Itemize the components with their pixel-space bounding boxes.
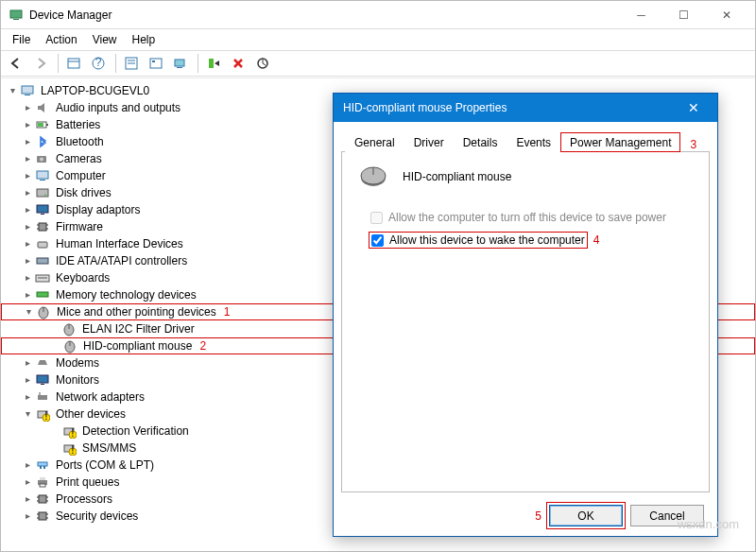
- expand-icon[interactable]: ▾: [22, 405, 33, 423]
- tree-item-label: Ports (COM & LPT): [54, 457, 156, 474]
- maximize-button[interactable]: ☐: [662, 2, 705, 28]
- port-icon: [35, 457, 50, 473]
- tree-item-label: IDE ATA/ATAPI controllers: [54, 252, 189, 269]
- svg-rect-63: [39, 495, 46, 503]
- tab-panel: HID-compliant mouse Allow the computer t…: [341, 152, 710, 492]
- annotation-5: 5: [535, 509, 541, 523]
- tab-driver[interactable]: Driver: [404, 132, 454, 152]
- tree-item-label: Bluetooth: [54, 133, 106, 150]
- expand-icon[interactable]: ▸: [22, 235, 33, 252]
- titlebar[interactable]: Device Manager ─ ☐ ✕: [1, 1, 755, 29]
- forward-button[interactable]: [29, 53, 52, 74]
- kb-icon: [35, 270, 50, 285]
- tree-item-label: Keyboards: [54, 269, 112, 286]
- tree-item-label: Network adapters: [54, 388, 146, 405]
- checkbox-wake[interactable]: [371, 234, 384, 247]
- properties-button[interactable]: [120, 53, 143, 74]
- expand-icon[interactable]: ▸: [22, 371, 33, 388]
- expand-icon[interactable]: ▸: [22, 99, 33, 116]
- expand-icon[interactable]: ▸: [22, 150, 33, 167]
- svg-text:!: !: [71, 443, 74, 456]
- scan-button[interactable]: [169, 53, 192, 74]
- mouse-icon: [62, 338, 77, 354]
- print-icon: [35, 474, 50, 490]
- expand-icon[interactable]: ▸: [22, 133, 33, 150]
- menu-view[interactable]: View: [85, 31, 125, 48]
- svg-rect-12: [177, 67, 182, 68]
- expand-icon[interactable]: ▸: [22, 201, 33, 218]
- expand-icon[interactable]: ▸: [22, 286, 33, 303]
- checkbox-row-turnoff: Allow the computer to turn off this devi…: [370, 211, 694, 224]
- mouse-icon: [357, 165, 389, 188]
- svg-text:!: !: [44, 409, 47, 422]
- checkbox-turnoff-label: Allow the computer to turn off this devi…: [388, 211, 666, 224]
- display-icon: [35, 202, 50, 217]
- expand-icon[interactable]: ▸: [22, 508, 33, 525]
- svg-rect-37: [37, 292, 48, 297]
- expand-icon[interactable]: ▾: [23, 303, 34, 320]
- tab-strip: General Driver Details Events Power Mana…: [341, 129, 710, 152]
- tree-item-label: Processors: [54, 491, 114, 508]
- svg-rect-33: [38, 242, 47, 248]
- tab-details[interactable]: Details: [454, 132, 507, 152]
- back-button[interactable]: [5, 53, 27, 74]
- show-hidden-button[interactable]: [62, 53, 85, 74]
- checkbox-row-wake[interactable]: Allow this device to wake the computer: [369, 232, 588, 249]
- expand-icon[interactable]: ▸: [22, 218, 33, 235]
- toolbar: ?: [1, 50, 755, 77]
- svg-rect-68: [39, 512, 46, 520]
- menu-file[interactable]: File: [5, 31, 38, 48]
- help-button[interactable]: ?: [87, 53, 110, 74]
- ok-button[interactable]: OK: [549, 505, 623, 526]
- tree-item-label: Detection Verification: [80, 423, 191, 440]
- svg-rect-23: [40, 180, 45, 181]
- expand-icon[interactable]: ▸: [22, 491, 33, 508]
- expand-icon[interactable]: ▸: [22, 116, 33, 133]
- dialog-close-button[interactable]: ✕: [679, 100, 708, 115]
- tree-item-label: Security devices: [54, 508, 140, 525]
- svg-rect-44: [37, 375, 48, 383]
- close-button[interactable]: ✕: [705, 2, 747, 28]
- warn-icon: !: [61, 423, 77, 439]
- expand-icon[interactable]: ▸: [22, 388, 33, 405]
- speaker-icon: [35, 100, 50, 115]
- menu-help[interactable]: Help: [125, 31, 163, 48]
- tab-general[interactable]: General: [345, 132, 404, 152]
- expand-icon[interactable]: ▸: [22, 167, 33, 184]
- expand-icon[interactable]: ▸: [22, 184, 33, 201]
- expand-icon[interactable]: ▸: [22, 252, 33, 269]
- uninstall-button[interactable]: [227, 53, 249, 74]
- separator: [198, 54, 198, 73]
- pc-icon: [20, 83, 35, 98]
- expand-icon[interactable]: ▸: [22, 457, 33, 474]
- chip-icon: [35, 219, 50, 234]
- expand-icon[interactable]: ▸: [22, 474, 33, 491]
- tree-item-label: Other devices: [54, 405, 128, 423]
- annotation-4: 4: [593, 233, 600, 247]
- tree-item-label: Modems: [54, 354, 101, 371]
- pc-icon: [35, 168, 50, 183]
- tree-item-label: SMS/MMS: [80, 440, 138, 457]
- enable-button[interactable]: [202, 53, 225, 74]
- svg-rect-26: [37, 205, 48, 213]
- tab-events[interactable]: Events: [507, 132, 560, 152]
- svg-rect-11: [175, 60, 184, 66]
- dialog-titlebar[interactable]: HID-compliant mouse Properties ✕: [334, 94, 717, 122]
- expand-icon[interactable]: ▾: [7, 82, 18, 99]
- update-button[interactable]: [251, 53, 274, 74]
- tree-item-label: ELAN I2C Filter Driver: [80, 320, 197, 337]
- menu-action[interactable]: Action: [38, 31, 84, 48]
- tab-power-management[interactable]: Power Management: [560, 132, 680, 152]
- chip-icon: [35, 509, 50, 524]
- minimize-button[interactable]: ─: [620, 2, 662, 28]
- tree-item-label: Human Interface Devices: [54, 235, 185, 252]
- mouse-icon: [36, 304, 51, 319]
- svg-rect-2: [68, 59, 79, 68]
- warn-icon: !: [61, 440, 77, 456]
- properties2-button[interactable]: [145, 53, 167, 74]
- expand-icon[interactable]: ▸: [22, 269, 33, 286]
- svg-rect-18: [46, 124, 48, 126]
- expand-icon[interactable]: ▸: [22, 354, 33, 371]
- bt-icon: [35, 134, 50, 149]
- svg-rect-15: [22, 86, 33, 94]
